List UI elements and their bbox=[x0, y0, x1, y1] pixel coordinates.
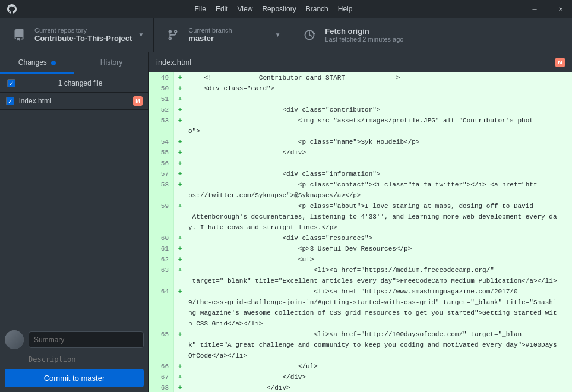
diff-line: 9/the-css-grid-challenge-join-in/#gettin… bbox=[149, 297, 572, 308]
main-content: Changes History 1 changed file index.htm… bbox=[0, 52, 572, 392]
summary-input[interactable] bbox=[29, 331, 144, 348]
fetch-sub: Last fetched 2 minutes ago bbox=[325, 36, 424, 43]
diff-line: k" title="A great challenge and communit… bbox=[149, 340, 572, 350]
menu-file[interactable]: File bbox=[195, 5, 206, 13]
line-code bbox=[186, 94, 572, 105]
description-textarea[interactable] bbox=[5, 353, 144, 365]
line-marker: + bbox=[174, 147, 186, 158]
line-number: 65 bbox=[149, 329, 174, 340]
titlebar-left bbox=[7, 4, 17, 14]
line-number: 66 bbox=[149, 361, 174, 372]
diff-line: 67+ </div> bbox=[149, 372, 572, 382]
line-number: 50 bbox=[149, 83, 174, 94]
file-checkbox[interactable] bbox=[6, 97, 14, 105]
line-marker: + bbox=[174, 105, 186, 115]
line-code: 9/the-css-grid-challenge-join-in/#gettin… bbox=[186, 297, 572, 308]
menu-branch[interactable]: Branch bbox=[306, 5, 328, 13]
diff-line: 56+ bbox=[149, 158, 572, 169]
tab-changes[interactable]: Changes bbox=[0, 52, 74, 74]
diff-line: 59+ <p class="about">I love staring at m… bbox=[149, 201, 572, 211]
line-marker bbox=[174, 190, 186, 201]
tab-history[interactable]: History bbox=[74, 52, 148, 74]
line-marker bbox=[174, 276, 186, 286]
line-marker: + bbox=[174, 94, 186, 105]
commit-button[interactable]: Commit to master bbox=[5, 369, 144, 387]
branch-name: master bbox=[188, 34, 268, 43]
avatar-image bbox=[5, 330, 24, 349]
menu-repository[interactable]: Repository bbox=[262, 5, 296, 13]
diff-line: 57+ <div class="information"> bbox=[149, 169, 572, 179]
menu-view[interactable]: View bbox=[238, 5, 253, 13]
diff-line: ps://twitter.com/Syknapse">@Syknapse</a>… bbox=[149, 190, 572, 201]
fetch-origin-section[interactable]: Fetch origin Last fetched 2 minutes ago bbox=[290, 18, 433, 52]
line-marker bbox=[174, 126, 186, 137]
line-marker: + bbox=[174, 382, 186, 392]
line-number: 58 bbox=[149, 179, 174, 190]
diff-line: o"> bbox=[149, 126, 572, 137]
diff-content[interactable]: 49+ <!-- ________ Contributor card START… bbox=[149, 72, 572, 392]
line-number bbox=[149, 318, 174, 329]
commit-area: Commit to master bbox=[0, 325, 148, 392]
file-item-index-html[interactable]: index.html M bbox=[0, 93, 148, 110]
line-marker: + bbox=[174, 372, 186, 382]
line-marker: + bbox=[174, 233, 186, 244]
diff-line: 62+ <ul> bbox=[149, 254, 572, 265]
github-logo-icon bbox=[7, 4, 17, 14]
line-marker bbox=[174, 350, 186, 361]
branch-icon bbox=[163, 26, 182, 45]
line-code: y. I hate cows and straight lines.</p> bbox=[186, 222, 572, 233]
line-marker: + bbox=[174, 179, 186, 190]
fetch-label: Fetch origin bbox=[325, 27, 424, 36]
line-marker: + bbox=[174, 361, 186, 372]
diff-line: h CSS Grid</a></li> bbox=[149, 318, 572, 329]
current-branch-section[interactable]: Current branch master ▼ bbox=[154, 18, 290, 52]
diff-line: 65+ <li><a href="http://100daysofcode.co… bbox=[149, 329, 572, 340]
line-code: <div class="card"> bbox=[186, 83, 572, 94]
changes-dot bbox=[51, 61, 56, 65]
diff-line: 52+ <div class="contributor"> bbox=[149, 105, 572, 115]
line-code bbox=[186, 158, 572, 169]
line-code: </div> bbox=[186, 147, 572, 158]
menu-help[interactable]: Help bbox=[338, 5, 353, 13]
diff-line: target="_blank" title="Excellent article… bbox=[149, 276, 572, 286]
line-code: ng Magazine's awesome collection of CSS … bbox=[186, 308, 572, 318]
diff-modified-badge: M bbox=[555, 58, 565, 67]
diff-line: 55+ </div> bbox=[149, 147, 572, 158]
diff-filename: index.html bbox=[156, 58, 191, 67]
branch-chevron-icon: ▼ bbox=[274, 31, 280, 38]
line-marker bbox=[174, 211, 186, 222]
diff-line: 66+ </ul> bbox=[149, 361, 572, 372]
line-code: <p class="about">I love staring at maps,… bbox=[186, 201, 572, 211]
line-number: 59 bbox=[149, 201, 174, 211]
repo-chevron-icon: ▼ bbox=[138, 31, 144, 38]
line-number bbox=[149, 350, 174, 361]
line-number: 49 bbox=[149, 72, 174, 83]
diff-line: 68+ </div> bbox=[149, 382, 572, 392]
line-marker: + bbox=[174, 115, 186, 126]
close-button[interactable]: ✕ bbox=[557, 5, 565, 13]
diff-area: index.html M 49+ <!-- ________ Contribut… bbox=[149, 52, 572, 392]
toolbar-spacer bbox=[433, 18, 572, 52]
select-all-checkbox[interactable] bbox=[7, 79, 15, 87]
line-marker: + bbox=[174, 158, 186, 169]
line-marker: + bbox=[174, 244, 186, 254]
line-number bbox=[149, 340, 174, 350]
line-number bbox=[149, 211, 174, 222]
minimize-button[interactable]: ─ bbox=[530, 5, 539, 13]
line-number: 63 bbox=[149, 265, 174, 276]
menu-edit[interactable]: Edit bbox=[216, 5, 228, 13]
line-code: <ul> bbox=[186, 254, 572, 265]
titlebar-controls: ─ □ ✕ bbox=[530, 5, 565, 13]
changed-count: 1 changed file bbox=[19, 79, 141, 87]
diff-line: 53+ <img src="assets/images/profile.JPG"… bbox=[149, 115, 572, 126]
maximize-button[interactable]: □ bbox=[543, 5, 552, 13]
line-marker: + bbox=[174, 265, 186, 276]
line-marker: + bbox=[174, 83, 186, 94]
current-repo-section[interactable]: Current repository Contribute-To-This-Pr… bbox=[0, 18, 154, 52]
line-number: 64 bbox=[149, 286, 174, 297]
line-marker: + bbox=[174, 201, 186, 211]
line-code: k" title="A great challenge and communit… bbox=[186, 340, 572, 350]
line-marker: + bbox=[174, 169, 186, 179]
changed-files-header: 1 changed file bbox=[0, 74, 148, 93]
branch-text: Current branch master bbox=[188, 27, 268, 43]
